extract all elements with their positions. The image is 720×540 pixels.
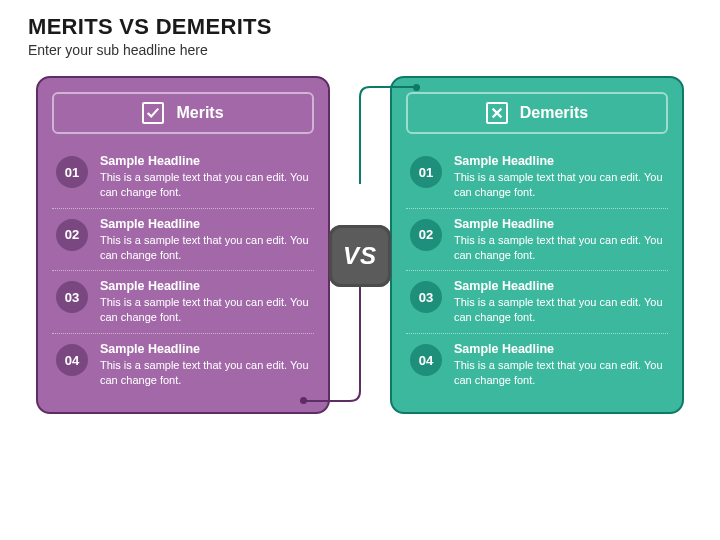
item-text: Sample Headline This is a sample text th…: [454, 342, 664, 388]
item-text: Sample Headline This is a sample text th…: [100, 279, 310, 325]
item-headline[interactable]: Sample Headline: [100, 217, 310, 231]
page-subtitle[interactable]: Enter your sub headline here: [28, 42, 692, 58]
demerits-item: 01 Sample Headline This is a sample text…: [406, 146, 668, 208]
item-number: 03: [56, 281, 88, 313]
item-body[interactable]: This is a sample text that you can edit.…: [100, 233, 310, 263]
cross-icon: [486, 102, 508, 124]
demerits-header: Demerits: [406, 92, 668, 134]
merits-item: 04 Sample Headline This is a sample text…: [52, 333, 314, 396]
item-body[interactable]: This is a sample text that you can edit.…: [100, 358, 310, 388]
item-text: Sample Headline This is a sample text th…: [454, 154, 664, 200]
item-body[interactable]: This is a sample text that you can edit.…: [100, 295, 310, 325]
merits-title: Merits: [176, 104, 223, 122]
item-headline[interactable]: Sample Headline: [454, 342, 664, 356]
item-number: 01: [410, 156, 442, 188]
item-body[interactable]: This is a sample text that you can edit.…: [454, 358, 664, 388]
content-area: Merits 01 Sample Headline This is a samp…: [0, 64, 720, 434]
demerits-item: 02 Sample Headline This is a sample text…: [406, 208, 668, 271]
demerits-item: 03 Sample Headline This is a sample text…: [406, 270, 668, 333]
item-number: 04: [410, 344, 442, 376]
page-title: MERITS VS DEMERITS: [28, 14, 692, 40]
item-headline[interactable]: Sample Headline: [454, 217, 664, 231]
item-text: Sample Headline This is a sample text th…: [454, 279, 664, 325]
item-headline[interactable]: Sample Headline: [454, 154, 664, 168]
item-headline[interactable]: Sample Headline: [100, 154, 310, 168]
item-text: Sample Headline This is a sample text th…: [454, 217, 664, 263]
merits-item: 01 Sample Headline This is a sample text…: [52, 146, 314, 208]
demerits-title: Demerits: [520, 104, 588, 122]
header: MERITS VS DEMERITS Enter your sub headli…: [0, 0, 720, 64]
item-text: Sample Headline This is a sample text th…: [100, 154, 310, 200]
merits-panel: Merits 01 Sample Headline This is a samp…: [36, 76, 330, 414]
item-number: 02: [410, 219, 442, 251]
item-body[interactable]: This is a sample text that you can edit.…: [454, 170, 664, 200]
item-text: Sample Headline This is a sample text th…: [100, 217, 310, 263]
item-number: 04: [56, 344, 88, 376]
item-number: 01: [56, 156, 88, 188]
item-body[interactable]: This is a sample text that you can edit.…: [454, 233, 664, 263]
check-icon: [142, 102, 164, 124]
demerits-item: 04 Sample Headline This is a sample text…: [406, 333, 668, 396]
merits-item: 02 Sample Headline This is a sample text…: [52, 208, 314, 271]
merits-item: 03 Sample Headline This is a sample text…: [52, 270, 314, 333]
item-number: 03: [410, 281, 442, 313]
item-headline[interactable]: Sample Headline: [100, 279, 310, 293]
item-body[interactable]: This is a sample text that you can edit.…: [454, 295, 664, 325]
vs-badge: VS: [329, 225, 391, 287]
item-headline[interactable]: Sample Headline: [100, 342, 310, 356]
item-body[interactable]: This is a sample text that you can edit.…: [100, 170, 310, 200]
item-text: Sample Headline This is a sample text th…: [100, 342, 310, 388]
demerits-panel: Demerits 01 Sample Headline This is a sa…: [390, 76, 684, 414]
vs-label: VS: [343, 242, 377, 270]
merits-header: Merits: [52, 92, 314, 134]
item-number: 02: [56, 219, 88, 251]
item-headline[interactable]: Sample Headline: [454, 279, 664, 293]
